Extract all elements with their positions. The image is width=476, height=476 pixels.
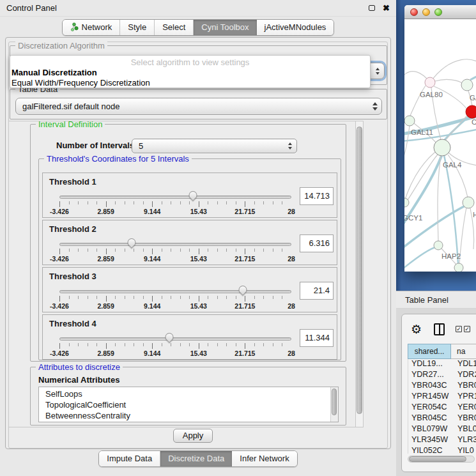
threshold-4-slider[interactable]: -3.426 2.859 9.144 15.43 21.715 28 (59, 333, 291, 358)
slider-track[interactable] (59, 196, 291, 199)
slider-thumb[interactable] (187, 189, 199, 201)
tab-select[interactable]: Select (155, 20, 194, 35)
menu-item-equal-width-frequency[interactable]: Equal Width/Frequency Discretization (12, 78, 150, 88)
tab-cyni-toolbox[interactable]: Cyni Toolbox (194, 20, 256, 35)
threshold-1-value-field[interactable]: 14.713 (300, 187, 334, 205)
list-item[interactable]: BetweennessCentrality (39, 410, 338, 421)
table-panel-body: ⚙ ✓ ✓ shared... na YDL19...YDL1 YDR27...… (396, 309, 476, 476)
table-horizontal-scrollbar[interactable] (408, 456, 475, 463)
slider-thumb[interactable] (163, 331, 174, 342)
threshold-1-panel: Threshold 1 -3.426 2.859 9.144 15.43 21.… (42, 173, 337, 218)
column-header-shared-name[interactable]: shared... (408, 344, 451, 359)
slider-track[interactable] (59, 290, 291, 293)
list-scrollbar[interactable] (330, 387, 338, 422)
slider-thumb[interactable] (125, 236, 137, 248)
tab-infer-network[interactable]: Infer Network (232, 451, 296, 466)
table-data-group: Table Data galFiltered.sif default node (10, 89, 387, 119)
slider-thumb[interactable] (237, 284, 249, 295)
menu-item-manual-discretization[interactable]: Manual Discretization (12, 68, 97, 77)
network-node[interactable] (434, 241, 443, 250)
network-node[interactable] (461, 79, 473, 91)
table-row[interactable]: YDR27...YDR2 (408, 370, 476, 381)
checkbox-icon[interactable]: ✓ (464, 326, 470, 332)
bottom-tabbar: Impute Data Discretize Data Infer Networ… (0, 450, 396, 467)
slider-track[interactable] (59, 243, 291, 246)
list-item[interactable]: TopologicalCoefficient (39, 399, 338, 410)
threshold-3-value-field[interactable]: 21.4 (300, 282, 334, 300)
threshold-2-slider[interactable]: -3.426 2.859 9.144 15.43 21.715 28 (59, 238, 291, 264)
table-header-row: shared... na (408, 344, 476, 359)
combo-stepper-icon (286, 142, 296, 150)
threshold-3-slider[interactable]: -3.426 2.859 9.144 15.43 21.715 28 (59, 286, 291, 311)
table-row[interactable]: YDL19...YDL1 (408, 359, 476, 370)
close-icon[interactable]: ✖ (383, 4, 390, 12)
minimize-traffic-light-icon[interactable] (422, 8, 430, 16)
gear-icon[interactable]: ⚙ (411, 323, 422, 335)
settings-scroll-area: Interval Definition Number of Intervals … (8, 121, 360, 427)
combo-stepper-icon (374, 68, 384, 75)
table-panel-title: Table Panel (405, 295, 449, 305)
node-label-clipped: C (472, 118, 476, 126)
table-data-combobox[interactable]: galFiltered.sif default node (15, 98, 382, 115)
network-node-gal4[interactable] (434, 139, 450, 156)
node-label-gal4: GAL4 (443, 161, 462, 169)
tab-style[interactable]: Style (120, 20, 155, 35)
node-label-hap2: HAP2 (441, 252, 461, 260)
table-row[interactable]: YLR345WYLR3 (408, 435, 476, 446)
table-scrollbar-thumb[interactable] (409, 456, 466, 462)
table-row[interactable]: YPR145WYPR1 (408, 392, 476, 403)
threshold-2-value-field[interactable]: 6.316 (300, 234, 334, 252)
top-tabbar: Network Style Select Cyni Toolbox jActiv… (0, 19, 396, 36)
right-region: GAL80 GA C GAL11 GAL4 GCY1 H HAP2 Table … (396, 0, 476, 476)
float-window-icon[interactable] (369, 5, 375, 11)
close-traffic-light-icon[interactable] (410, 8, 418, 16)
table-row[interactable]: YBR045CYBR0 (408, 413, 476, 424)
table-row[interactable]: YER054CYER0 (408, 403, 476, 413)
threshold-1-label: Threshold 1 (49, 177, 96, 187)
discretization-algorithm-title: Discretization Algorithm (15, 41, 107, 50)
columns-icon[interactable] (434, 323, 445, 335)
threshold-2-panel: Threshold 2 -3.426 2.859 9.144 15.43 21.… (42, 220, 337, 265)
apply-button[interactable]: Apply (173, 429, 213, 443)
network-node[interactable] (454, 263, 463, 272)
control-panel: Control Panel ✖ Network Style Select Cyn… (0, 0, 396, 476)
zoom-traffic-light-icon[interactable] (434, 8, 442, 16)
tab-jactivemnodules[interactable]: jActiveMNodules (257, 20, 334, 35)
table-row[interactable]: YBR043CYBR0 (408, 381, 476, 392)
content-scrollbar[interactable] (355, 121, 364, 427)
network-canvas[interactable]: GAL80 GA C GAL11 GAL4 GCY1 H HAP2 (404, 19, 476, 272)
interval-definition-group: Interval Definition Number of Intervals … (30, 124, 346, 362)
control-panel-titlebar: Control Panel ✖ (0, 0, 396, 17)
tab-network[interactable]: Network (63, 20, 121, 35)
checkbox-icon[interactable]: ✓ (456, 326, 462, 332)
list-scrollbar-thumb[interactable] (332, 388, 337, 415)
slider-ticks (59, 296, 291, 302)
slider-track[interactable] (59, 337, 291, 341)
threshold-3-panel: Threshold 3 -3.426 2.859 9.144 15.43 21.… (42, 267, 337, 312)
network-node[interactable] (404, 116, 415, 126)
content-scrollbar-thumb[interactable] (357, 127, 362, 414)
column-header-name[interactable]: na (451, 344, 476, 359)
network-node[interactable] (425, 77, 435, 88)
table-row[interactable]: YBL079WYBL0 (408, 424, 476, 435)
network-node[interactable] (463, 197, 474, 208)
table-panel-inner: ⚙ ✓ ✓ shared... na YDL19...YDL1 YDR27...… (401, 314, 476, 472)
threshold-4-label: Threshold 4 (49, 319, 96, 328)
thresholds-title: Threshold's Coordinates for 5 Intervals (44, 154, 192, 164)
tab-discretize-data[interactable]: Discretize Data (160, 451, 232, 466)
list-item[interactable]: SelfLoops (39, 388, 338, 399)
slider-ticks (59, 201, 291, 207)
node-label-gal80: GAL80 (420, 91, 443, 98)
number-of-intervals-combobox[interactable]: 5 (132, 139, 297, 153)
table-row[interactable]: YIL052CYIL0 (408, 446, 476, 454)
network-view-window: GAL80 GA C GAL11 GAL4 GCY1 H HAP2 (404, 5, 476, 272)
number-of-intervals-label: Number of Intervals (56, 141, 134, 150)
threshold-1-slider[interactable]: -3.426 2.859 9.144 15.43 21.715 28 (59, 191, 291, 217)
network-node-selected[interactable] (466, 105, 476, 118)
tab-impute-data[interactable]: Impute Data (99, 451, 160, 466)
threshold-4-value-field[interactable]: 11.344 (300, 329, 334, 347)
numerical-attributes-label: Numerical Attributes (38, 375, 119, 385)
threshold-4-panel: Threshold 4 -3.426 2.859 9.144 15.43 21.… (42, 314, 337, 360)
cyni-toolbox-pane: Discretization Algorithm Select algorith… (5, 37, 391, 449)
algorithm-hint: Select algorithm to view settings (10, 58, 370, 67)
